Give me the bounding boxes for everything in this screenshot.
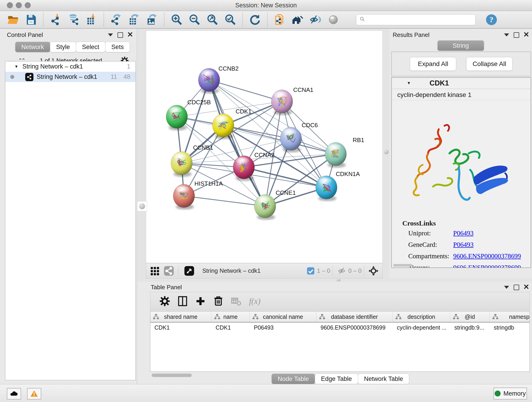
tree-disclosure-icon[interactable]: ▼	[14, 64, 18, 69]
cloud-button[interactable]	[7, 388, 21, 400]
gene-description: cyclin-dependent kinase 1	[392, 89, 531, 100]
table-row[interactable]: CDK1CDK1P064939606.ENSP00000378699cyclin…	[150, 322, 530, 332]
add-column-icon[interactable]	[195, 295, 206, 307]
control-panel-title: Control Panel	[7, 32, 43, 38]
string-homes-button[interactable]	[291, 13, 304, 26]
column-header-namespace[interactable]: namespace	[490, 312, 530, 322]
toggle-visibility-button[interactable]	[309, 13, 322, 26]
column-header-id[interactable]: @id	[450, 312, 490, 322]
cell[interactable]: stringdb	[490, 324, 530, 331]
tab-style[interactable]: Style	[50, 42, 76, 52]
export-image-button[interactable]	[145, 13, 158, 26]
column-header-databaseidentifier[interactable]: database identifier	[317, 312, 393, 322]
panel-float-icon[interactable]	[108, 33, 113, 36]
crosslink-link[interactable]: P06493	[453, 230, 474, 237]
column-header-name[interactable]: name	[211, 312, 250, 322]
cell[interactable]: CDK1	[150, 324, 211, 331]
panel-maximize-icon[interactable]	[118, 32, 123, 38]
panel-close-icon[interactable]	[524, 284, 529, 291]
crosslink-link[interactable]: P06493	[453, 241, 474, 249]
tab-network-table[interactable]: Network Table	[358, 374, 409, 384]
refresh-button[interactable]	[248, 13, 262, 26]
import-database-button[interactable]	[67, 13, 80, 26]
grid-view-icon[interactable]	[149, 266, 160, 276]
network-node-CDKN1A[interactable]: CDKN1A	[316, 171, 360, 201]
network-edge[interactable]	[209, 80, 265, 206]
cell[interactable]: stringdb:9...	[450, 324, 490, 331]
selected-checkbox-icon[interactable]	[306, 267, 315, 275]
panel-float-icon[interactable]	[504, 33, 509, 36]
gear-icon[interactable]	[159, 295, 171, 307]
cell[interactable]: cyclin-dependent ...	[393, 324, 450, 331]
network-canvas[interactable]: CCNB2CCNA1CDC25BCDK1CDC6RB1CCNB1CCNA2CDK…	[146, 31, 383, 263]
panel-maximize-icon[interactable]	[514, 285, 519, 290]
cell[interactable]: 9606.ENSP00000378699	[317, 324, 393, 331]
network-node-HIST1H1A[interactable]: HIST1H1A	[173, 180, 223, 210]
help-button[interactable]: ?	[485, 13, 498, 26]
import-network-button[interactable]	[49, 13, 62, 26]
export-network-button[interactable]	[109, 13, 123, 26]
traffic-light-zoom[interactable]	[25, 2, 31, 8]
tab-network[interactable]: Network	[15, 42, 50, 52]
vertical-splitter-handle-left[interactable]	[137, 201, 147, 211]
cell[interactable]: P06493	[250, 324, 317, 331]
delete-column-icon[interactable]	[212, 295, 224, 307]
column-header-canonicalname[interactable]: canonical name	[250, 312, 317, 322]
save-session-button[interactable]	[24, 13, 38, 26]
expand-all-button[interactable]: Expand All	[410, 57, 456, 71]
network-from-file-button[interactable]	[273, 13, 286, 26]
traffic-light-close[interactable]	[7, 2, 13, 8]
network-node-CCNB1[interactable]: CCNB1	[171, 144, 213, 177]
vertical-splitter-handle-right[interactable]	[383, 147, 389, 157]
tab-sets[interactable]: Sets	[105, 42, 130, 52]
node-table[interactable]: shared namenamecanonical namedatabase id…	[150, 311, 530, 372]
sphere-button[interactable]	[327, 13, 340, 26]
table-hscrollbar[interactable]	[152, 374, 192, 377]
zoom-in-button[interactable]	[170, 13, 183, 26]
fit-crosshair-icon[interactable]	[368, 266, 379, 276]
tab-node-table[interactable]: Node Table	[272, 374, 315, 384]
collection-count: 1	[127, 63, 130, 70]
network-node-RB1[interactable]: RB1	[325, 137, 364, 168]
panel-close-icon[interactable]	[128, 32, 133, 38]
zoom-fit-button[interactable]	[206, 13, 219, 26]
share-view-icon[interactable]	[164, 266, 174, 276]
horizontal-splitter-handle[interactable]	[335, 279, 342, 282]
crosslink-link[interactable]: 9606.ENSP00000378699	[453, 252, 521, 260]
column-header-description[interactable]: description	[393, 312, 450, 322]
tab-select[interactable]: Select	[76, 42, 105, 52]
birdseye-icon[interactable]	[184, 266, 195, 276]
zoom-out-button[interactable]	[188, 13, 201, 26]
zoom-selected-button[interactable]	[224, 13, 237, 26]
cell[interactable]: CDK1	[211, 324, 250, 331]
network-graph[interactable]: CCNB2CCNA1CDC25BCDK1CDC6RB1CCNB1CCNA2CDK…	[146, 31, 382, 263]
panel-float-icon[interactable]	[504, 286, 509, 289]
collapse-all-button[interactable]: Collapse All	[466, 57, 513, 71]
tab-string[interactable]: String	[437, 40, 484, 51]
export-table-button[interactable]	[127, 13, 141, 26]
column-header-sharedname[interactable]: shared name	[150, 312, 211, 322]
network-node-CCNB2[interactable]: CCNB2	[198, 65, 239, 94]
gene-disclosure-icon[interactable]: ▼	[407, 81, 411, 85]
network-edge[interactable]	[209, 80, 282, 102]
network-collection-row[interactable]: ▼ String Network – cdk1 1	[5, 61, 135, 72]
import-table-button[interactable]	[85, 13, 98, 26]
memory-button[interactable]: Memory	[494, 388, 527, 400]
open-file-button[interactable]	[6, 13, 20, 26]
crosslink-link[interactable]: 9606.ENSP00000378699	[453, 264, 521, 268]
results-hscrollbar[interactable]	[393, 264, 412, 267]
warning-button[interactable]	[27, 388, 41, 400]
traffic-light-minimize[interactable]	[16, 2, 22, 8]
tab-edge-table[interactable]: Edge Table	[315, 374, 358, 384]
network-node-CCNE1[interactable]: CCNE1	[254, 190, 296, 220]
network-row[interactable]: String Network – cdk1 11 48	[5, 72, 135, 82]
select-columns-icon[interactable]	[177, 295, 189, 307]
gene-header-row[interactable]: ▼ CDK1	[392, 78, 531, 89]
search-input[interactable]	[366, 16, 473, 23]
panel-maximize-icon[interactable]	[514, 32, 519, 38]
network-node-CCNA1[interactable]: CCNA1	[271, 87, 313, 115]
network-edge[interactable]	[184, 196, 265, 206]
results-actions: Expand All Collapse All	[391, 51, 531, 76]
panel-close-icon[interactable]	[524, 32, 529, 38]
table-header[interactable]: shared namenamecanonical namedatabase id…	[150, 312, 530, 322]
